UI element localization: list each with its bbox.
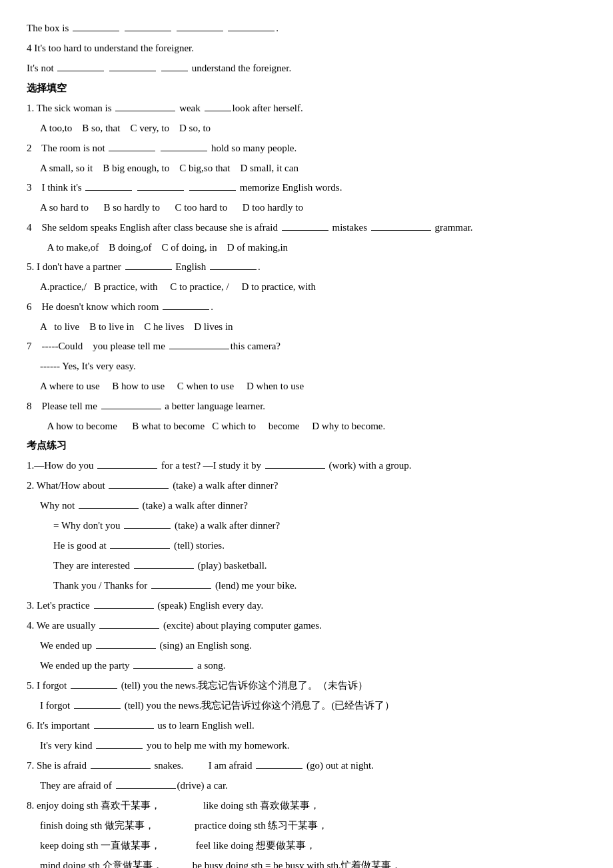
question-1: 1. The sick woman is weak look after her… [27, 100, 586, 116]
page-content: The box is . 4 It's too hard to understa… [27, 20, 586, 868]
practice-4-sub1: We ended up (sing) an English song. [40, 637, 586, 653]
question-2: 2 The room is not hold so many people. [27, 140, 586, 156]
practice-2: 2. What/How about (take) a walk after di… [27, 477, 586, 493]
question-7-options: A where to use B how to use C when to us… [40, 378, 586, 395]
question-3-options: A so hard to B so hardly to C too hard t… [40, 199, 586, 217]
question-8: 8 Please tell me a better language learn… [27, 398, 586, 414]
practice-2-sub4: They are interested (play) basketball. [53, 557, 586, 573]
intro-line-2: 4 It's too hard to understand the foreig… [27, 40, 586, 56]
section2-header: 考点练习 [27, 437, 586, 453]
practice-7-sub1: They are afraid of (drive) a car. [40, 777, 586, 793]
question-5: 5. I don't have a partner English . [27, 259, 586, 275]
practice-8: 8. enjoy doing sth 喜欢干某事， like doing sth… [27, 797, 586, 813]
practice-6: 6. It's important us to learn English we… [27, 717, 586, 733]
question-6: 6 He doesn't know which room . [27, 299, 586, 315]
practice-5: 5. I forgot (tell) you the news.我忘记告诉你这个… [27, 677, 586, 693]
practice-1: 1.—How do you for a test? —I study it by… [27, 457, 586, 473]
question-2-options: A small, so it B big enough, to C big,so… [40, 160, 586, 177]
practice-7: 7. She is afraid snakes. I am afraid (go… [27, 757, 586, 773]
question-4-options: A to make,of B doing,of C of doing, in D… [40, 239, 586, 257]
practice-4-sub2: We ended up the party a song. [40, 657, 586, 673]
practice-2-sub3: He is good at (tell) stories. [53, 537, 586, 553]
question-8-options: A how to become B what to become C which… [40, 418, 586, 435]
question-6-options: A to live B to live in C he lives D live… [40, 319, 586, 336]
question-4: 4 She seldom speaks English after class … [27, 219, 586, 235]
practice-5-sub1: I forgot (tell) you the news.我忘记告诉过你这个消息… [40, 697, 586, 713]
intro-line-3: It's not understand the foreigner. [27, 60, 586, 76]
question-1-options: A too,to B so, that C very, to D so, to [40, 120, 586, 137]
practice-3: 3. Let's practice (speak) English every … [27, 597, 586, 613]
question-5-options: A.practice,/ B practice, with C to pract… [40, 279, 586, 296]
question-7-sub: ------ Yes, It's very easy. [40, 358, 586, 374]
practice-8-row4: mind doing sth 介意做某事， be busy doing sth … [40, 857, 586, 868]
practice-8-row3: keep doing sth 一直做某事， feel like doing 想要… [40, 837, 586, 853]
practice-2-sub2: = Why don't you (take) a walk after dinn… [53, 517, 586, 533]
practice-8-row2: finish doing sth 做完某事， practice doing st… [40, 817, 586, 833]
question-3: 3 I think it's memorize English words. [27, 179, 586, 195]
practice-2-sub1: Why not (take) a walk after dinner? [40, 497, 586, 513]
practice-6-sub1: It's very kind you to help me with my ho… [40, 737, 586, 753]
section1-header: 选择填空 [27, 80, 586, 96]
practice-4: 4. We are usually (excite) about playing… [27, 617, 586, 633]
intro-line-1: The box is . [27, 20, 586, 36]
practice-2-sub5: Thank you / Thanks for (lend) me your bi… [53, 577, 586, 593]
question-7: 7 -----Could you please tell me this cam… [27, 338, 586, 354]
